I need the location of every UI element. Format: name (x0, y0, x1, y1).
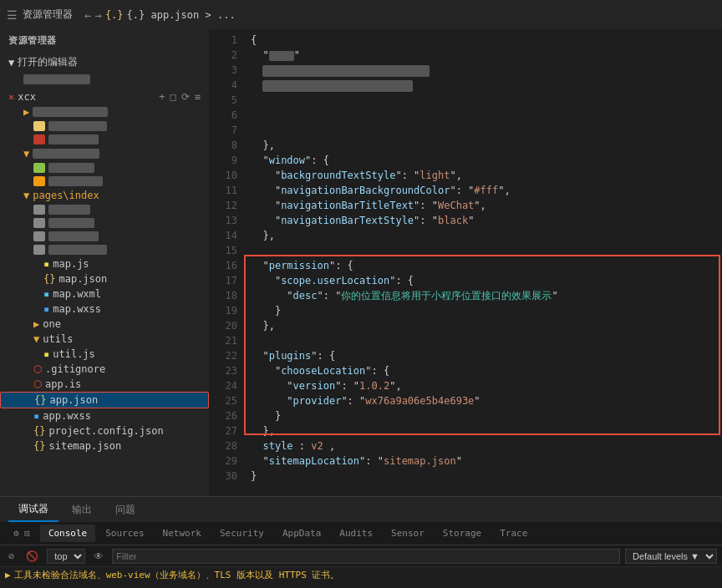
code-line-19: } (251, 303, 714, 318)
appdata-tab-label: AppData (282, 528, 321, 539)
project-config-item[interactable]: {} project.config.json (0, 423, 209, 438)
app-is-item[interactable]: ⬡ app.is (0, 377, 209, 392)
clear-icon[interactable]: 🚫 (23, 549, 42, 564)
utils-folder[interactable]: ▼ utils (0, 332, 209, 347)
app-wxss-label: app.wxss (43, 410, 91, 422)
code-editor[interactable]: { "" }, "window": { "backgroundTextStyle… (242, 29, 722, 496)
code-line-1: { (251, 33, 714, 48)
trace-tab-label: Trace (500, 528, 527, 539)
blurred-label-4 (48, 163, 94, 173)
sources-tab-label: Sources (105, 528, 144, 539)
audits-tab-label: Audits (339, 528, 373, 539)
pages-folder[interactable]: ▼ pages\index (0, 188, 209, 203)
blurred-label (33, 107, 108, 117)
devtools-tab-audits[interactable]: Audits (331, 525, 381, 542)
blurred-sub-icon-2 (33, 218, 45, 228)
wxss-icon: ▪ (43, 303, 49, 315)
storage-tab-label: Storage (443, 528, 481, 539)
block-icon[interactable]: ⊘ (5, 549, 18, 564)
json-icon-2: {} (43, 273, 55, 285)
devtools-tab-sources[interactable]: Sources (97, 525, 152, 542)
app-json-item[interactable]: {} app.json (0, 392, 209, 408)
folder-chevron-2-icon: ▼ (23, 190, 29, 201)
devtools-tab-appdata[interactable]: AppData (274, 525, 329, 542)
top-bar-title: 资源管理器 (23, 8, 73, 22)
back-arrow[interactable]: ← (84, 8, 91, 22)
map-wxml-item[interactable]: ▪ map.wxml (0, 286, 209, 302)
opened-editors-header[interactable]: ▼ 打开的编辑器 (0, 53, 209, 71)
json-icon: {.} (105, 9, 124, 21)
blurred-item-4[interactable] (0, 161, 209, 175)
blurred-item-2[interactable] (0, 119, 209, 133)
map-js-item[interactable]: ▪ map.js (0, 256, 209, 271)
devtools-tab-security[interactable]: Security (211, 525, 272, 542)
blurred-tab (23, 73, 90, 84)
collapse-icon[interactable]: ≡ (195, 91, 201, 103)
devtools-tab-console[interactable]: Console (40, 525, 95, 542)
opened-editor-item[interactable] (0, 71, 209, 86)
map-js-label: map.js (53, 258, 89, 270)
blurred-label-5 (48, 176, 103, 186)
top-bar: ☰ 资源管理器 ← → {.} {.} app.json > ... (0, 0, 722, 29)
app-is-label: app.is (45, 378, 81, 390)
menu-icon[interactable]: ☰ (7, 8, 18, 22)
folder-icon: ▶ (23, 106, 29, 118)
blurred-color-3 (33, 163, 45, 173)
blurred-item-1[interactable]: ▶ (0, 104, 209, 119)
wxml-icon: ▪ (43, 288, 49, 300)
tab-output-label: 输出 (72, 503, 92, 517)
gitignore-label: .gitignore (45, 363, 105, 375)
code-line-9: "window": { (251, 153, 714, 168)
console-tab-label: Console (48, 528, 87, 539)
blurred-label-2 (48, 121, 107, 131)
one-folder[interactable]: ▶ one (0, 317, 209, 332)
console-filter-input[interactable] (112, 549, 620, 564)
new-folder-icon[interactable]: □ (170, 91, 176, 103)
app-wxss-item[interactable]: ▪ app.wxss (0, 408, 209, 423)
console-output: ▶ 工具未检验合法域名、web-view（业务域名）、TLS 版本以及 HTTP… (0, 567, 722, 583)
project-config-label: project.config.json (48, 425, 163, 437)
project-config-icon: {} (33, 425, 45, 437)
devtools-tab-sensor[interactable]: Sensor (383, 525, 433, 542)
code-line-13: "navigationBarTextStyle": "black" (251, 213, 714, 228)
util-js-item[interactable]: ▪ util.js (0, 347, 209, 362)
tab-debugger[interactable]: 调试器 (8, 497, 58, 522)
code-line-21 (251, 333, 714, 348)
devtools-icons: ⚙ ⊡ (5, 525, 38, 542)
add-icon[interactable]: + (159, 91, 165, 103)
context-select[interactable]: top (47, 549, 85, 564)
code-line-20: }, (251, 318, 714, 333)
gitignore-item[interactable]: ⬡ .gitignore (0, 362, 209, 377)
refresh-icon[interactable]: ⟳ (181, 91, 190, 103)
tab-problems[interactable]: 问题 (105, 497, 145, 522)
blurred-item-5[interactable] (0, 175, 209, 188)
code-line-6 (251, 108, 714, 123)
sitemap-icon: {} (33, 440, 45, 452)
eye-icon[interactable]: 👁 (90, 549, 107, 564)
blurred-folder-1[interactable]: ▼ (0, 146, 209, 161)
blurred-item-3[interactable] (0, 133, 209, 146)
map-wxss-item[interactable]: ▪ map.wxss (0, 302, 209, 317)
blurred-sub-1[interactable] (0, 203, 209, 216)
code-line-28: style : v2 , (251, 438, 714, 454)
sitemap-item[interactable]: {} sitemap.json (0, 438, 209, 454)
folder-utils-icon: ▼ (33, 333, 39, 345)
blurred-sub-label-4 (48, 245, 107, 255)
utils-label: utils (43, 333, 73, 345)
forward-arrow[interactable]: → (94, 8, 101, 22)
tab-output[interactable]: 输出 (62, 497, 102, 522)
blurred-sub-3[interactable] (0, 230, 209, 243)
code-line-24: "version": "1.0.2", (251, 378, 714, 393)
devtools-tab-storage[interactable]: Storage (435, 525, 490, 542)
opened-editors-section: ▼ 打开的编辑器 (0, 52, 209, 88)
blurred-sub-4[interactable] (0, 243, 209, 256)
xcx-header[interactable]: ✕ xcx + □ ⟳ ≡ (0, 89, 209, 104)
devtools-tab-network[interactable]: Network (155, 525, 210, 542)
levels-select[interactable]: Default levels ▼ (625, 549, 717, 564)
code-line-26: } (251, 408, 714, 423)
devtools-tab-trace[interactable]: Trace (491, 525, 536, 542)
blurred-sub-label-1 (48, 205, 90, 215)
blurred-sub-2[interactable] (0, 216, 209, 230)
map-json-item[interactable]: {} map.json (0, 271, 209, 286)
code-line-30: } (251, 469, 714, 484)
